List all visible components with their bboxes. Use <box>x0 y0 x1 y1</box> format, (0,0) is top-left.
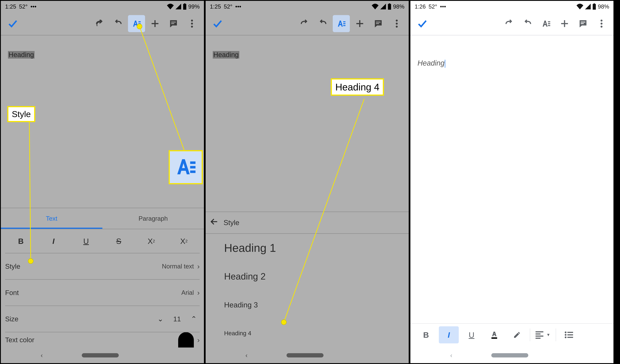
svg-rect-4 <box>138 25 141 26</box>
row-font[interactable]: Font Arial› <box>5 279 200 305</box>
text-color-button[interactable] <box>484 326 504 343</box>
nav-pill[interactable] <box>82 353 119 357</box>
status-temp: 52° <box>224 3 232 10</box>
done-button[interactable] <box>4 15 21 32</box>
selected-text[interactable]: Heading <box>8 51 34 59</box>
svg-rect-20 <box>343 23 345 24</box>
status-dots: ••• <box>440 3 446 10</box>
superscript-button[interactable]: X2 <box>136 229 167 253</box>
dropdown-icon: ▼ <box>546 333 550 337</box>
insert-button[interactable] <box>556 15 573 32</box>
svg-rect-17 <box>388 4 391 10</box>
comment-button[interactable] <box>370 15 387 32</box>
svg-rect-1 <box>184 3 186 4</box>
svg-rect-22 <box>376 22 381 22</box>
italic-button[interactable]: I <box>38 229 69 253</box>
document-area[interactable]: Heading <box>206 35 409 191</box>
subscript-button[interactable]: X2 <box>168 229 200 253</box>
underline-button[interactable]: U <box>70 229 102 253</box>
italic-button[interactable]: I <box>439 326 459 343</box>
signal-icon <box>380 4 386 9</box>
undo-button[interactable] <box>296 15 313 32</box>
selected-text[interactable]: Heading <box>213 51 239 59</box>
toolbar <box>1 12 204 35</box>
status-time: 1:25 <box>5 3 16 10</box>
size-decrease[interactable]: ⌄ <box>155 315 166 323</box>
svg-point-25 <box>396 23 398 25</box>
svg-point-36 <box>601 20 603 22</box>
style-heading-3[interactable]: Heading 3 <box>224 291 400 319</box>
bold-button[interactable]: B <box>5 229 37 253</box>
status-dots: ••• <box>31 3 36 10</box>
svg-rect-39 <box>492 337 497 339</box>
svg-rect-32 <box>548 23 550 24</box>
highlight-button[interactable] <box>507 326 527 343</box>
style-heading-1[interactable]: Heading 1 <box>224 234 400 262</box>
svg-rect-45 <box>567 332 573 333</box>
heading-text[interactable]: Heading <box>418 59 445 68</box>
signal-icon <box>175 4 181 9</box>
status-battery: 99% <box>188 3 200 10</box>
svg-point-24 <box>396 20 398 22</box>
redo-button[interactable] <box>519 15 536 32</box>
status-bar: 1:26 52° ••• 98% <box>410 1 613 12</box>
done-button[interactable] <box>209 15 226 32</box>
svg-point-48 <box>565 336 567 338</box>
strike-button[interactable]: S <box>103 229 134 253</box>
svg-rect-16 <box>190 170 196 173</box>
comment-button[interactable] <box>165 15 182 32</box>
undo-button[interactable] <box>91 15 108 32</box>
size-increase[interactable]: ⌃ <box>188 315 200 323</box>
status-battery: 98% <box>393 3 404 10</box>
nav-back[interactable]: ‹ <box>41 352 43 359</box>
insert-button[interactable] <box>351 15 368 32</box>
svg-rect-5 <box>171 22 176 22</box>
callout-style: Style <box>7 106 35 122</box>
text-color-swatch <box>178 332 194 348</box>
bullet-list-button[interactable] <box>559 326 579 343</box>
underline-button[interactable]: U <box>462 326 481 343</box>
tab-paragraph[interactable]: Paragraph <box>102 208 204 229</box>
back-button[interactable] <box>210 218 218 228</box>
format-button[interactable] <box>128 15 145 32</box>
done-button[interactable] <box>414 15 431 32</box>
bold-button[interactable]: B <box>416 326 436 343</box>
svg-rect-40 <box>536 331 543 333</box>
row-text-color[interactable]: Text color › <box>5 332 200 348</box>
row-size[interactable]: Size ⌄ 11 ⌃ <box>5 305 200 332</box>
format-panel: Text Paragraph B I U S X2 X2 Style Norma… <box>1 208 204 348</box>
style-heading-2[interactable]: Heading 2 <box>224 262 400 291</box>
more-button[interactable] <box>388 15 405 32</box>
more-button[interactable] <box>184 15 201 32</box>
text-cursor <box>445 60 445 68</box>
document-area[interactable]: Heading <box>410 35 613 323</box>
separator <box>530 328 530 341</box>
status-bar: 1:25 52° ••• 99% <box>1 1 204 12</box>
callout-heading4: Heading 4 <box>331 78 384 96</box>
redo-button[interactable] <box>109 15 126 32</box>
callout-format-icon <box>169 150 203 184</box>
navigation-bar: ‹ <box>1 348 204 363</box>
battery-icon <box>183 3 186 10</box>
nav-pill[interactable] <box>287 353 324 357</box>
undo-button[interactable] <box>500 15 518 32</box>
screen-3: 1:26 52° ••• 98% Heading B I U <box>410 0 614 364</box>
battery-icon <box>592 3 596 10</box>
nav-back[interactable]: ‹ <box>450 352 452 359</box>
wifi-icon <box>372 4 379 9</box>
insert-button[interactable] <box>146 15 164 32</box>
row-style[interactable]: Style Normal text› <box>5 253 200 279</box>
nav-pill[interactable] <box>491 353 528 357</box>
more-button[interactable] <box>593 15 610 32</box>
format-button[interactable] <box>333 15 350 32</box>
status-dots: ••• <box>235 3 241 10</box>
tab-text[interactable]: Text <box>1 208 102 229</box>
comment-button[interactable] <box>574 15 591 32</box>
align-button[interactable]: ▼ <box>533 326 553 343</box>
nav-back[interactable]: ‹ <box>246 352 248 359</box>
navigation-bar: ‹ <box>206 348 409 363</box>
redo-button[interactable] <box>314 15 331 32</box>
format-button[interactable] <box>538 15 555 32</box>
svg-rect-33 <box>548 25 550 26</box>
style-heading-4[interactable]: Heading 4 <box>224 319 400 348</box>
